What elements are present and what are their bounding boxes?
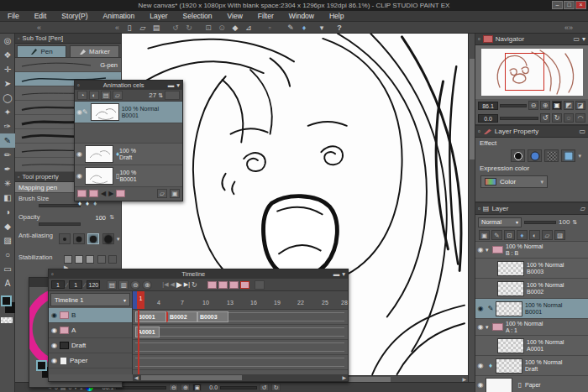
dock-icon[interactable]: ▫	[478, 128, 480, 135]
pencil-tool[interactable]: ✏	[0, 148, 15, 162]
navigator-zoom-value[interactable]: 86.1	[478, 102, 498, 110]
visibility-eye-icon[interactable]: ◉	[76, 108, 82, 116]
navigator-tab-icon[interactable]	[483, 35, 493, 43]
film-icon[interactable]: ▤	[101, 91, 111, 100]
lock-icon[interactable]: ⊡	[504, 230, 515, 240]
stabilization-step-2[interactable]	[75, 255, 83, 264]
opacity-stepper[interactable]: ⇅	[109, 214, 114, 221]
status-rotate-right-icon[interactable]: ↻	[271, 384, 281, 391]
current-frame-marker[interactable]: 1	[137, 291, 144, 309]
navigator-preview[interactable]	[475, 45, 588, 99]
layer-folder-b[interactable]: ◉ ▾ 100 % NormalB : B	[475, 242, 588, 259]
visibility-eye-icon[interactable]: ◉	[51, 311, 57, 319]
menu-story[interactable]: Story(P)	[54, 11, 95, 22]
folder-icon[interactable]: ▱	[113, 91, 123, 100]
settings-icon[interactable]: ▣	[170, 189, 180, 198]
title-bar[interactable]: New canvas* (1920 x 1080px With blank sp…	[0, 0, 588, 11]
menu-layer[interactable]: Layer	[142, 11, 175, 22]
border-effect-icon[interactable]	[511, 149, 525, 162]
help-icon[interactable]: ?	[333, 23, 345, 33]
status-rotate-slider[interactable]	[220, 386, 257, 389]
dock-icon[interactable]: ▫	[18, 174, 19, 180]
clip-b0002[interactable]: B0002	[166, 311, 197, 322]
flip-h-icon[interactable]: ◩	[564, 101, 574, 110]
status-zoom-slider[interactable]	[116, 386, 166, 389]
new-file-icon[interactable]: ▯	[123, 23, 135, 33]
collapse-left-icon[interactable]: «	[34, 24, 45, 32]
panel-menu-icon[interactable]: ▾	[342, 270, 345, 278]
blend-mode-dropdown[interactable]: Normal ▾	[478, 217, 522, 227]
zoom-in-icon[interactable]: ⊕	[142, 280, 152, 290]
visibility-eye-icon[interactable]: ◉	[475, 305, 486, 312]
folder-icon[interactable]: ▱	[157, 189, 167, 198]
zoom-out-icon[interactable]: ⊖	[528, 101, 538, 110]
timeline-settings-icon[interactable]	[255, 280, 265, 290]
status-zoom-in-icon[interactable]: ⊕	[181, 384, 190, 391]
dock-icon[interactable]: ▫	[478, 205, 480, 212]
menu-filter[interactable]: Filter	[250, 11, 281, 22]
menu-file[interactable]: File	[0, 11, 27, 22]
clip-row-paper[interactable]	[133, 355, 348, 370]
effect-dd-icon[interactable]: ▾	[578, 153, 581, 159]
blend-tool[interactable]: ◑	[0, 205, 15, 219]
new-timeline-icon[interactable]	[207, 281, 217, 289]
dock-icon[interactable]: ▫	[77, 81, 80, 89]
antialias-middle-button[interactable]	[87, 233, 99, 244]
visibility-eye-icon[interactable]: ◉	[475, 362, 486, 369]
prev-frame-icon[interactable]: ◀	[171, 281, 175, 288]
lock-alpha-icon[interactable]: ♦	[517, 230, 528, 240]
reset-view-icon[interactable]: ◠	[575, 113, 585, 123]
scroll-right-icon[interactable]: ▶	[342, 374, 346, 381]
dock-icon[interactable]: ▫	[478, 35, 480, 43]
transparent-color-swatch[interactable]	[1, 317, 13, 323]
antialias-strong-button[interactable]	[102, 233, 114, 244]
layer-row-b0003[interactable]: 100 % NormalB0003	[475, 259, 588, 279]
visibility-eye-icon[interactable]: ◉	[475, 323, 486, 331]
menu-help[interactable]: Help	[322, 11, 351, 22]
rotate-left-icon[interactable]: ↺	[540, 113, 550, 123]
brush-tool[interactable]: ✒	[0, 162, 15, 176]
maximize-button[interactable]: □	[564, 1, 575, 9]
opacity-value[interactable]: 100	[95, 214, 106, 222]
ruler-pen-icon[interactable]: ✎	[285, 23, 297, 33]
subtool-item-gpen[interactable]: G-pen	[15, 58, 121, 72]
stabilization-step-4[interactable]	[97, 255, 106, 264]
halftone-effect-icon[interactable]	[544, 149, 559, 162]
visibility-eye-icon[interactable]: ◉	[475, 381, 486, 389]
expression-color-dropdown[interactable]: Color ▾	[480, 175, 548, 188]
layer-opacity-slider[interactable]	[524, 221, 556, 224]
zoom-tool[interactable]: ◎	[0, 34, 15, 48]
scroll-left-icon[interactable]: ◀	[134, 374, 139, 381]
status-rotate-left-icon[interactable]: ↺	[260, 384, 269, 391]
track-b[interactable]: ◉ B	[49, 308, 132, 323]
animation-cels-header[interactable]: ▫ Animation cels ▬ ▾	[75, 81, 182, 90]
new-track-icon[interactable]	[218, 281, 228, 289]
palette-dropdown-icon[interactable]: ▾	[316, 23, 328, 33]
frame-tool[interactable]: ▭	[0, 262, 15, 276]
cel-row-current[interactable]: ◉ ✎ 100 % NormalB0001	[75, 102, 182, 123]
minimize-panel-icon[interactable]: ▬	[333, 270, 340, 278]
wand-tool[interactable]: ✦	[0, 105, 15, 119]
visibility-eye-icon[interactable]: ◉	[76, 150, 82, 158]
gradient-tool[interactable]: ▨	[0, 233, 15, 248]
status-fit-icon[interactable]: ▣	[192, 384, 202, 391]
visibility-eye-icon[interactable]: ◉	[475, 246, 486, 253]
timeline-header[interactable]: ▫ Timeline ▬ ▾	[49, 269, 348, 279]
new-cel-icon[interactable]	[77, 190, 87, 197]
next-frame-icon[interactable]: ▶|	[184, 281, 190, 288]
fill-icon[interactable]: ◆	[229, 23, 241, 33]
zoom-out-icon[interactable]: ⊖	[130, 280, 140, 290]
delete-layer-icon[interactable]: ▨	[554, 230, 565, 240]
navigator-rotation-value[interactable]: 0.0	[478, 114, 498, 123]
cels-option-box[interactable]	[165, 91, 180, 100]
fit-icon[interactable]: ⊕	[540, 101, 550, 110]
layer-search-tab-icon[interactable]: ▱	[580, 205, 585, 212]
save-icon[interactable]: ▤	[150, 23, 162, 33]
delete-frame-icon[interactable]	[240, 281, 249, 289]
eraser-tool[interactable]: ◧	[0, 191, 15, 205]
onion-before-icon[interactable]: ▤	[107, 280, 117, 290]
cel-settings-icon[interactable]: ◐	[89, 91, 99, 100]
visibility-eye-icon[interactable]: ◉	[51, 327, 57, 334]
light-table-icon[interactable]: ♦	[78, 200, 81, 207]
menu-edit[interactable]: Edit	[27, 11, 55, 22]
